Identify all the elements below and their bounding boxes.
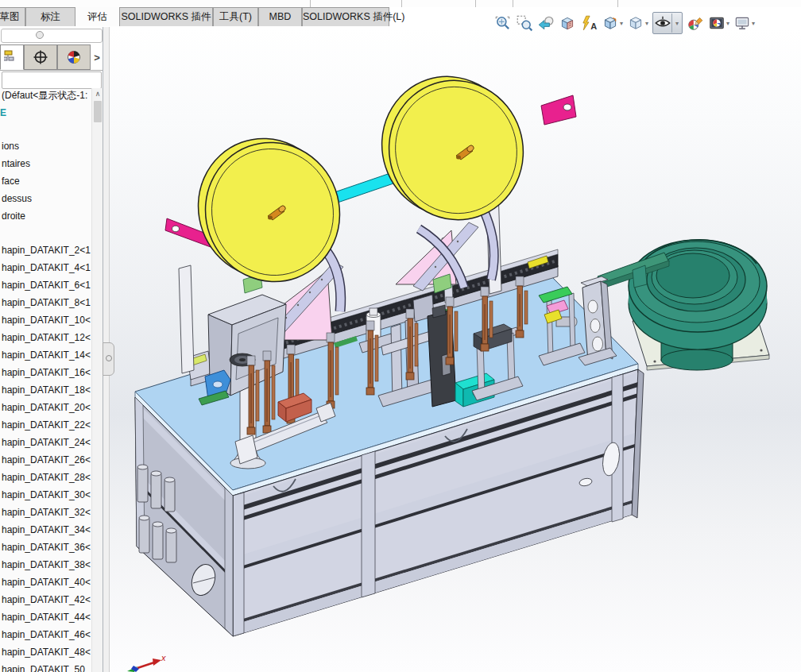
dropdown-caret-icon[interactable]: ▾: [645, 20, 648, 27]
reel-axle-bar[interactable]: [332, 172, 396, 203]
tree-item-hapin_DATAKIT_32[interactable]: hapin_DATAKIT_32<: [2, 506, 91, 519]
display-style-icon: [627, 14, 644, 32]
panel-tab-feature-manager-tree[interactable]: [0, 44, 24, 70]
section-view-icon: [559, 14, 576, 32]
tree-item-hapin_DATAKIT_24[interactable]: hapin_DATAKIT_24<: [2, 436, 91, 450]
right-tape-reel[interactable]: [364, 59, 541, 237]
zoom-to-fit-icon: [494, 14, 512, 32]
panel-tabs-expand-arrow[interactable]: >: [91, 44, 103, 70]
tree-item-hapin_DATAKIT_61[interactable]: hapin_DATAKIT_6<1: [2, 279, 91, 292]
scroll-up-icon[interactable]: ∧: [92, 88, 103, 99]
tree-item-hapin_DATAKIT_81[interactable]: hapin_DATAKIT_8<1: [2, 296, 91, 310]
tree-item-hapin_DATAKIT_38[interactable]: hapin_DATAKIT_38<: [2, 558, 91, 572]
tree-item-hapin_DATAKIT_20[interactable]: hapin_DATAKIT_20<: [2, 401, 91, 415]
edit-appearance-button[interactable]: [687, 14, 704, 32]
dropdown-caret-icon[interactable]: ▾: [620, 20, 623, 27]
right-mount-bar[interactable]: [541, 95, 576, 125]
hide-show-annotations-button[interactable]: A: [580, 14, 598, 32]
zoom-to-area-button[interactable]: [516, 14, 533, 32]
graphics-viewport[interactable]: x: [0, 27, 801, 672]
tree-item-dessus[interactable]: dessus: [2, 192, 32, 206]
hide-show-items-icon: [654, 14, 671, 32]
feature-panel-top-strip: [0, 27, 103, 44]
tree-item-hapin_DATAKIT_18[interactable]: hapin_DATAKIT_18<: [2, 384, 91, 397]
tree-item-hapin_DATAKIT_22[interactable]: hapin_DATAKIT_22<: [2, 419, 91, 432]
dropdown-caret-icon[interactable]: ▾: [752, 20, 755, 27]
section-view-button[interactable]: [559, 14, 576, 32]
splitter-grip-icon: [106, 355, 112, 361]
command-tab-1[interactable]: 草图: [0, 7, 25, 26]
command-tab-3[interactable]: 评估: [75, 7, 119, 26]
dropdown-caret-icon[interactable]: ▾: [675, 20, 679, 27]
panel-splitter-handle[interactable]: [103, 342, 114, 376]
command-tab-4[interactable]: SOLIDWORKS 插件: [119, 7, 213, 26]
tree-item-hapin_DATAKIT_21[interactable]: hapin_DATAKIT_2<1: [2, 244, 91, 257]
tree-item-hapin_DATAKIT_41[interactable]: hapin_DATAKIT_4<1: [2, 261, 91, 275]
menu-strip: [0, 0, 801, 7]
tree-item-hapin_DATAKIT_14[interactable]: hapin_DATAKIT_14<: [2, 349, 91, 362]
svg-text:A: A: [590, 21, 597, 31]
command-tab-6[interactable]: MBD: [258, 7, 302, 26]
panel-pin-icon[interactable]: [36, 31, 44, 39]
tree-item-hapin_DATAKIT_40[interactable]: hapin_DATAKIT_40<: [2, 576, 91, 589]
view-settings-icon: [733, 14, 751, 32]
zoom-to-area-icon: [516, 14, 533, 32]
tree-item-hapin_DATAKIT_36[interactable]: hapin_DATAKIT_36<: [2, 541, 91, 554]
tree-scrollbar-thumb[interactable]: [94, 101, 102, 122]
edit-appearance-icon: [687, 14, 704, 32]
tree-item-hapin_DATAKIT_42[interactable]: hapin_DATAKIT_42<: [2, 593, 91, 607]
orientation-triad: x: [127, 653, 166, 672]
command-tab-7[interactable]: SOLIDWORKS 插件(L): [302, 7, 389, 26]
tree-item-hapin_DATAKIT_50[interactable]: hapin_DATAKIT_50: [2, 663, 85, 672]
view-orientation-button[interactable]: ▾: [602, 14, 623, 32]
tree-item-hapin_DATAKIT_48[interactable]: hapin_DATAKIT_48<: [2, 646, 91, 659]
tree-root-assembly[interactable]: (Défaut<显示状态-1:: [2, 89, 87, 102]
tree-item-hapin_DATAKIT_16[interactable]: hapin_DATAKIT_16<: [2, 366, 91, 380]
tree-item-droite[interactable]: droite: [2, 210, 25, 223]
menu-separator: [475, 0, 476, 7]
dropdown-caret-icon[interactable]: ▾: [726, 20, 729, 27]
previous-view-button[interactable]: [537, 14, 555, 32]
tree-item-ntaires[interactable]: ntaires: [2, 157, 30, 171]
zoom-to-fit-button[interactable]: [494, 14, 512, 32]
view-orientation-icon: [602, 14, 619, 32]
tree-item-face[interactable]: face: [2, 175, 20, 188]
display-style-button[interactable]: ▾: [627, 14, 648, 32]
tree-item-hapin_DATAKIT_34[interactable]: hapin_DATAKIT_34<: [2, 523, 91, 537]
view-settings-button[interactable]: ▾: [733, 14, 755, 32]
menu-separator: [310, 0, 311, 7]
panel-tab-display-manager[interactable]: [57, 44, 91, 70]
model-3d[interactable]: x: [0, 27, 801, 672]
property-manager-icon: [33, 49, 48, 65]
hide-show-items-button[interactable]: ▾: [652, 12, 683, 34]
menu-separator: [513, 0, 513, 7]
menu-separator: [401, 0, 402, 7]
command-tab-2[interactable]: 标注: [25, 7, 75, 26]
feature-manager-tree-icon: [4, 49, 20, 65]
previous-view-icon: [537, 14, 555, 32]
tree-scrollbar[interactable]: ∧: [91, 88, 103, 672]
menu-separator: [617, 0, 618, 7]
tree-item-hapin_DATAKIT_30[interactable]: hapin_DATAKIT_30<: [2, 489, 91, 502]
tree-item-hapin_DATAKIT_26[interactable]: hapin_DATAKIT_26<: [2, 454, 91, 467]
feature-manager-panel: (Défaut<显示状态-1: E ionsntairesfacedessusd…: [0, 70, 103, 672]
apply-scene-icon: [708, 14, 726, 32]
command-tab-5[interactable]: 工具(T): [213, 7, 258, 26]
apply-scene-button[interactable]: ▾: [708, 14, 729, 32]
panel-tab-property-manager[interactable]: [24, 44, 57, 70]
heads-up-toolbar: A▾▾▾▾▾: [494, 11, 759, 35]
tree-item-hapin_DATAKIT_28[interactable]: hapin_DATAKIT_28<: [2, 471, 91, 485]
display-manager-icon: [66, 49, 82, 65]
hide-show-annotations-icon: A: [580, 14, 598, 32]
svg-text:x: x: [161, 653, 166, 662]
tree-item-hapin_DATAKIT_46[interactable]: hapin_DATAKIT_46<: [2, 628, 91, 642]
tree-item-hapin_DATAKIT_12[interactable]: hapin_DATAKIT_12<: [2, 331, 91, 345]
feature-manager-tab-bar: >: [0, 44, 103, 70]
clipped-tree-item-fragment: E: [0, 107, 7, 118]
tree-item-hapin_DATAKIT_10[interactable]: hapin_DATAKIT_10<: [2, 314, 91, 327]
tree-item-hapin_DATAKIT_44[interactable]: hapin_DATAKIT_44<: [2, 611, 91, 624]
feature-panel-filter-box[interactable]: [1, 29, 103, 43]
tree-item-ions[interactable]: ions: [2, 140, 19, 153]
feature-tree: (Défaut<显示状态-1: E ionsntairesfacedessusd…: [0, 71, 91, 672]
